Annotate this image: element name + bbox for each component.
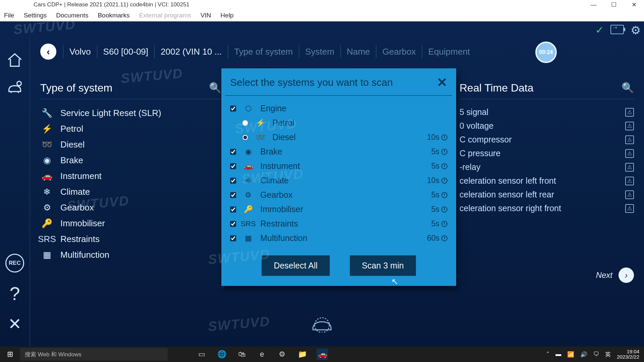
scan-row: ❄Climate10s [230,173,447,188]
maximize-button[interactable]: ☐ [604,0,624,9]
system-item[interactable]: 🔧Service Light Reset (SLR) [40,105,221,121]
scan-row: ◉Brake5s [230,144,447,159]
record-button[interactable]: REC [5,254,24,273]
close-window-button[interactable]: ✕ [624,0,644,9]
system-item[interactable]: 🔑Immobiliser [40,216,221,231]
menu-documents[interactable]: Documents [56,12,88,19]
minimize-button[interactable]: — [584,0,604,9]
type-of-system-panel: 🔍 Type of system 🔧Service Light Reset (S… [40,82,221,263]
scan-row-icon: ⚡ [254,119,267,127]
help-icon[interactable]: ? [9,283,20,304]
scan-row-label: Multifunction [260,233,307,243]
realtime-item[interactable]: C pressure⚠ [460,146,634,160]
realtime-item[interactable]: 0 voltage⚠ [460,119,634,133]
menu-bookmarks[interactable]: Bookmarks [98,12,129,19]
menu-settings[interactable]: Settings [24,12,47,19]
scan-row: ➿Diesel10s [230,130,447,144]
next-button[interactable]: › [619,267,634,283]
scan-checkbox[interactable] [230,149,236,155]
taskbar-search[interactable]: 搜索 Web 和 Windows [20,348,168,361]
system-item[interactable]: ◉Brake [40,153,221,168]
scan-time: 10s [427,133,447,142]
menu-external-programs[interactable]: External programs [139,12,191,19]
stopwatch-icon [441,192,447,198]
menu-help[interactable]: Help [220,12,233,19]
system-item[interactable]: ❄Climate [40,184,221,200]
scan-radio[interactable] [242,120,248,126]
scan-checkbox[interactable] [230,206,236,213]
realtime-item[interactable]: celeration sensor left rear⚠ [460,188,634,201]
edge-icon[interactable]: 🌐 [216,349,227,360]
scan-checkbox[interactable] [230,106,236,112]
timer-badge: 00:24 [535,42,557,63]
system-item[interactable]: ▦Multifunction [40,247,221,263]
search-icon[interactable]: 🔍 [622,82,634,94]
scan-row-icon: ⬡ [241,104,255,113]
scan-radio[interactable] [242,134,248,140]
tray-chevron-icon[interactable]: ˄ [546,351,549,358]
crumb-equipment[interactable]: Equipment [422,45,476,58]
scan-checkbox[interactable] [230,221,236,227]
warning-icon: ⚠ [625,163,634,172]
crumb-gearbox[interactable]: Gearbox [376,45,422,58]
scan-checkbox[interactable] [230,178,236,184]
realtime-item[interactable]: celeration sensor left front⚠ [460,174,634,188]
crumb-system[interactable]: System [299,45,340,58]
realtime-item[interactable]: celeration sensor right front⚠ [460,201,634,215]
warning-icon: ⚠ [625,135,634,144]
volume-icon[interactable]: 🔊 [580,351,587,358]
notes-icon[interactable]: 🗨 [593,351,599,358]
start-button[interactable]: ⊞ [0,347,20,362]
realtime-item[interactable]: C compressor⚠ [460,133,634,146]
scan-button[interactable]: Scan 3 min [350,255,416,276]
scan-time: 5s [431,190,447,199]
crumb-model[interactable]: S60 [00-09] [97,45,154,58]
crumb-volvo[interactable]: Volvo [63,45,97,58]
clock[interactable]: 19:04 2023/2/22 [617,349,639,360]
close-icon[interactable]: ✕ [8,314,21,333]
scan-row-icon: 🚗 [241,162,255,171]
crumb-name[interactable]: Name [340,45,376,58]
system-item[interactable]: ⚙Gearbox [40,200,221,216]
scan-checkbox[interactable] [230,235,236,241]
system-icon: 🚗 [40,172,54,181]
next-label: Next [596,270,612,280]
system-item[interactable]: ➿Diesel [40,137,221,153]
crumb-type[interactable]: Type of system [228,45,299,58]
menu-vin[interactable]: VIN [201,12,211,19]
explorer-icon[interactable]: 📁 [297,349,308,360]
menu-file[interactable]: File [4,12,14,19]
cdp-app-icon[interactable]: 🚗 [317,349,328,360]
search-icon[interactable]: 🔍 [209,82,221,94]
system-icon: ❄ [40,188,54,196]
realtime-item[interactable]: -relay⚠ [460,160,634,174]
store-icon[interactable]: 🛍 [236,349,248,360]
system-item[interactable]: SRSRestraints [40,231,221,247]
back-button[interactable]: ‹ [40,44,56,60]
settings-app-icon[interactable]: ⚙ [276,349,288,360]
system-item[interactable]: ⚡Petrol [40,121,221,137]
crumb-year[interactable]: 2002 (VIN 10 ... [154,45,228,58]
menu-bar: File Settings Documents Bookmarks Extern… [0,9,644,21]
settings-gear-icon[interactable]: ⚙ [631,23,641,37]
side-nav: REC ? ✕ [0,38,30,347]
realtime-label: -relay [460,162,481,172]
system-label: Instrument [60,171,102,181]
deselect-all-button[interactable]: Deselect All [262,255,330,276]
car-diagnose-icon[interactable] [6,78,23,96]
realtime-item[interactable]: 5 signal⚠ [460,105,634,119]
ime-indicator[interactable]: 英 [605,351,611,358]
modal-close-button[interactable]: ✕ [437,75,447,90]
home-icon[interactable] [6,51,23,68]
scan-checkbox[interactable] [230,192,236,198]
scan-row: 🔑Immobiliser5s [230,202,447,217]
system-item[interactable]: 🚗Instrument [40,168,221,184]
system-icon: 🔧 [40,109,54,118]
watermark: SWTUVD [207,314,271,334]
breadcrumb: ‹ Volvo S60 [00-09] 2002 (VIN 10 ... Typ… [40,44,476,60]
scan-checkbox[interactable] [230,163,236,169]
wifi-icon[interactable]: 📶 [567,351,574,358]
task-view-icon[interactable]: ▭ [196,349,207,360]
battery-tray-icon[interactable]: ▬ [555,351,561,358]
ie-icon[interactable]: e [256,349,268,360]
